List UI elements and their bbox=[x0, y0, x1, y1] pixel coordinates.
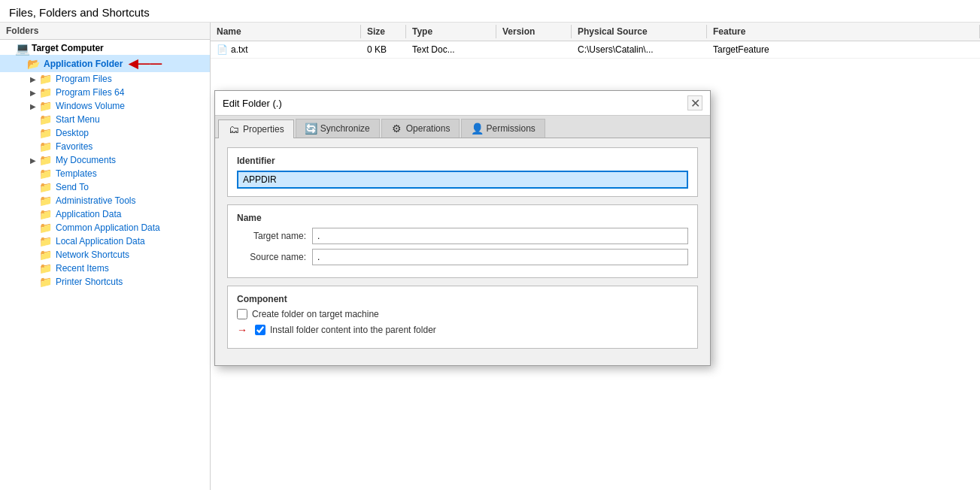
col-size: Size bbox=[361, 25, 406, 38]
col-type: Type bbox=[406, 25, 496, 38]
folder-tree[interactable]: 💻Target Computer📂Application Folder◀——▶📁… bbox=[0, 40, 210, 490]
component-section: Component Create folder on target machin… bbox=[227, 286, 698, 349]
name-label: Name bbox=[237, 213, 688, 223]
tree-item-administrative-tools[interactable]: 📁Administrative Tools bbox=[0, 194, 210, 207]
install-content-checkbox[interactable] bbox=[255, 325, 265, 335]
chevron-icon: ▶ bbox=[27, 89, 39, 97]
folder-icon: 📁 bbox=[39, 195, 53, 206]
file-version bbox=[496, 48, 572, 51]
tree-item-send-to[interactable]: 📁Send To bbox=[0, 180, 210, 194]
source-name-label: Source name: bbox=[237, 252, 312, 262]
tree-label-printer-shortcuts: Printer Shortcuts bbox=[56, 277, 123, 287]
tree-item-local-application-data[interactable]: 📁Local Application Data bbox=[0, 234, 210, 248]
file-size: 0 KB bbox=[361, 43, 406, 56]
identifier-label: Identifier bbox=[237, 156, 688, 166]
tab-icon-properties: 🗂 bbox=[228, 123, 240, 135]
tree-item-program-files[interactable]: ▶📁Program Files bbox=[0, 72, 210, 86]
install-content-row: → Install folder content into the parent… bbox=[237, 324, 688, 336]
file-source: C:\Users\Catalin\... bbox=[572, 43, 707, 56]
target-name-row: Target name: bbox=[237, 228, 688, 244]
install-content-label: Install folder content into the parent f… bbox=[270, 325, 436, 335]
folder-icon: 📁 bbox=[39, 87, 53, 98]
target-name-input[interactable] bbox=[312, 228, 688, 244]
tree-item-desktop[interactable]: 📁Desktop bbox=[0, 126, 210, 140]
title-text: Files, Folders and Shortcuts bbox=[9, 6, 150, 19]
create-folder-row: Create folder on target machine bbox=[237, 309, 688, 319]
tree-label-program-files-64: Program Files 64 bbox=[56, 87, 124, 98]
folder-icon: 📁 bbox=[39, 101, 53, 111]
tree-label-templates: Templates bbox=[56, 168, 97, 179]
tree-item-application-data[interactable]: 📁Application Data bbox=[0, 207, 210, 221]
col-source: Physical Source bbox=[572, 25, 707, 38]
close-button[interactable]: ✕ bbox=[687, 95, 702, 110]
tree-label-application-data: Application Data bbox=[56, 209, 121, 219]
tree-item-recent-items[interactable]: 📁Recent Items bbox=[0, 262, 210, 275]
create-folder-label: Create folder on target machine bbox=[252, 309, 379, 319]
tree-label-send-to: Send To bbox=[56, 182, 89, 192]
dialog-titlebar: Edit Folder (.) ✕ bbox=[215, 91, 710, 116]
computer-icon: 💻 bbox=[15, 43, 29, 53]
tree-label-common-application-data: Common Application Data bbox=[56, 222, 160, 233]
source-name-row: Source name: bbox=[237, 249, 688, 265]
tab-icon-synchronize: 🔄 bbox=[305, 122, 317, 135]
dialog-content: Identifier Name Target name: Source name… bbox=[215, 138, 710, 365]
folders-header: Folders bbox=[0, 23, 210, 40]
folder-icon: 📁 bbox=[39, 141, 53, 152]
left-panel: Folders 💻Target Computer📂Application Fol… bbox=[0, 23, 211, 490]
tab-icon-operations: ⚙ bbox=[391, 122, 403, 135]
component-label: Component bbox=[237, 294, 688, 304]
chevron-icon: ▶ bbox=[27, 156, 39, 165]
col-name: Name bbox=[211, 25, 361, 38]
tree-label-favorites: Favorites bbox=[56, 141, 93, 152]
tab-bar: 🗂 Properties 🔄 Synchronize ⚙ Operations … bbox=[215, 116, 710, 138]
folder-icon: 📁 bbox=[39, 222, 53, 233]
tab-icon-permissions: 👤 bbox=[471, 122, 483, 135]
folder-icon: 📁 bbox=[39, 277, 53, 287]
file-name: 📄 a.txt bbox=[211, 43, 361, 56]
col-version: Version bbox=[496, 25, 572, 38]
create-folder-checkbox[interactable] bbox=[237, 309, 247, 319]
tab-permissions[interactable]: 👤 Permissions bbox=[461, 119, 545, 138]
tree-label-recent-items: Recent Items bbox=[56, 263, 109, 274]
tree-label-windows-volume: Windows Volume bbox=[56, 101, 125, 111]
tree-item-application-folder[interactable]: 📂Application Folder◀—— bbox=[0, 55, 210, 72]
tab-operations[interactable]: ⚙ Operations bbox=[381, 119, 460, 138]
tab-properties[interactable]: 🗂 Properties bbox=[218, 119, 294, 138]
identifier-input[interactable] bbox=[237, 171, 688, 189]
tree-label-program-files: Program Files bbox=[56, 74, 112, 84]
folder-icon: 📁 bbox=[39, 74, 53, 84]
file-icon: 📄 bbox=[217, 44, 228, 55]
tree-item-windows-volume[interactable]: ▶📁Windows Volume bbox=[0, 99, 210, 113]
tree-label-my-documents: My Documents bbox=[56, 155, 116, 165]
tree-item-network-shortcuts[interactable]: 📁Network Shortcuts bbox=[0, 248, 210, 262]
tree-label-local-application-data: Local Application Data bbox=[56, 236, 145, 247]
tree-item-templates[interactable]: 📁Templates bbox=[0, 167, 210, 180]
edit-folder-dialog: Edit Folder (.) ✕ 🗂 Properties 🔄 Synchro… bbox=[214, 90, 711, 366]
tree-label-application-folder: Application Folder bbox=[44, 59, 123, 69]
tree-item-program-files-64[interactable]: ▶📁Program Files 64 bbox=[0, 86, 210, 99]
table-row[interactable]: 📄 a.txt 0 KB Text Doc... C:\Users\Catali… bbox=[211, 41, 980, 59]
tree-label-start-menu: Start Menu bbox=[56, 114, 100, 125]
col-feature: Feature bbox=[707, 25, 980, 38]
tree-item-printer-shortcuts[interactable]: 📁Printer Shortcuts bbox=[0, 275, 210, 289]
tree-label-target-computer: Target Computer bbox=[32, 43, 104, 53]
chevron-icon: ▶ bbox=[27, 102, 39, 110]
folder-up-icon: 📂 bbox=[27, 59, 41, 69]
chevron-icon: ▶ bbox=[27, 75, 39, 83]
folder-icon: 📁 bbox=[39, 114, 53, 125]
tree-item-my-documents[interactable]: ▶📁My Documents bbox=[0, 153, 210, 167]
tab-synchronize[interactable]: 🔄 Synchronize bbox=[296, 119, 380, 138]
tree-item-favorites[interactable]: 📁Favorites bbox=[0, 140, 210, 153]
tree-item-start-menu[interactable]: 📁Start Menu bbox=[0, 113, 210, 126]
file-list-body: 📄 a.txt 0 KB Text Doc... C:\Users\Catali… bbox=[211, 41, 980, 59]
tree-item-target-computer[interactable]: 💻Target Computer bbox=[0, 41, 210, 55]
folder-icon: 📁 bbox=[39, 250, 53, 260]
folder-icon: 📁 bbox=[39, 168, 53, 179]
dialog-title: Edit Folder (.) bbox=[223, 98, 282, 109]
folder-icon: 📁 bbox=[39, 236, 53, 247]
source-name-input[interactable] bbox=[312, 249, 688, 265]
tree-label-administrative-tools: Administrative Tools bbox=[56, 195, 136, 206]
tree-item-common-application-data[interactable]: 📁Common Application Data bbox=[0, 221, 210, 234]
target-name-label: Target name: bbox=[237, 231, 312, 241]
tab-label-operations: Operations bbox=[406, 123, 451, 134]
